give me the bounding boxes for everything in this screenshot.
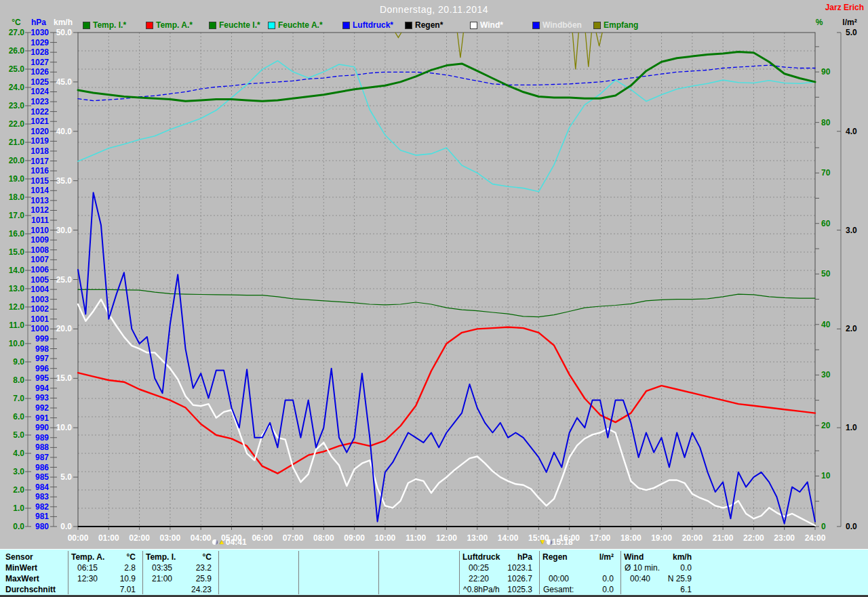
axis-tick-label: 17.0	[9, 211, 25, 220]
axis-tick-label: 20.0	[56, 324, 73, 333]
legend-item-regen[interactable]: Regen*	[405, 21, 443, 29]
axis-unit-label: km/h	[54, 18, 73, 27]
x-tick-label: 04:00	[191, 533, 212, 543]
axis-tick-label: 1019	[31, 136, 49, 146]
axis-tick-label: 981	[35, 512, 49, 521]
legend-item-luftdruck[interactable]: Luftdruck*	[342, 21, 393, 29]
footer-value: 6.1	[620, 585, 692, 594]
axis-tick-label: 60	[821, 219, 831, 228]
legend-item-temp-a[interactable]: Temp. A.*	[146, 21, 193, 29]
axis-tick-label: 1002	[31, 304, 49, 314]
axis-tick-label: 50.0	[56, 28, 73, 37]
moonrise-marker: ▲04:41	[212, 538, 247, 546]
axis-tick-label: 1000	[31, 324, 49, 333]
footer-value: 7.01	[68, 585, 136, 594]
legend-swatch	[83, 22, 90, 29]
legend-swatch	[532, 22, 540, 29]
footer-col-unit: hPa	[459, 552, 532, 562]
x-tick-label: 10:00	[375, 533, 396, 543]
footer-value: 1025.3	[459, 585, 532, 594]
axis-tick-label: 40	[821, 320, 831, 329]
axis-tick-label: 985	[35, 472, 49, 482]
legend-item-empfang[interactable]: Empfang	[593, 21, 638, 29]
legend-label: Feuchte A.*	[278, 20, 323, 30]
axis-tick-label: 19.0	[9, 174, 25, 184]
legend-item-windb-en[interactable]: Windböen	[532, 21, 582, 29]
moon-icon	[212, 539, 218, 545]
axis-tick-label: 983	[35, 492, 49, 501]
axis-tick-label: 1008	[31, 245, 49, 255]
axis-tick-label: 6.0	[13, 412, 24, 421]
moon-icon	[547, 539, 552, 545]
x-tick-label: 03:00	[160, 533, 181, 543]
legend-item-temp-i[interactable]: Temp. I.*	[83, 21, 126, 29]
axis-tick-label: 20	[821, 421, 831, 430]
axis-temp_c: 0.01.02.03.04.05.06.07.08.09.010.011.012…	[9, 18, 31, 531]
legend-label: Windböen	[542, 20, 582, 30]
legend-swatch	[470, 22, 477, 29]
footer-col-unit: °C	[142, 552, 212, 562]
x-tick-label: 23:00	[774, 533, 795, 543]
moon-time-label: 04:41	[226, 537, 247, 547]
x-tick-label: 06:00	[252, 533, 273, 543]
axis-tick-label: 15.0	[9, 247, 25, 257]
axis-tick-label: 996	[35, 364, 49, 373]
axis-tick-label: 0.0	[13, 522, 24, 531]
footer-value: 0.0	[539, 574, 614, 583]
legend-label: Regen*	[415, 20, 443, 30]
axis-tick-label: 1011	[31, 215, 49, 225]
axis-tick-label: 1020	[31, 127, 49, 136]
x-tick-label: 12:00	[436, 533, 457, 543]
legend-swatch	[209, 22, 216, 29]
footer-value: 1026.7	[459, 574, 532, 583]
axis-tick-label: 986	[35, 463, 49, 472]
axis-tick-label: 45.0	[56, 77, 73, 87]
axis-tick-label: 1010	[31, 226, 49, 235]
axis-tick-label: 989	[35, 433, 49, 442]
axis-tick-label: 40.0	[56, 127, 73, 136]
x-tick-label: 24:00	[805, 533, 826, 543]
legend-swatch	[268, 22, 275, 29]
axis-tick-label: 1018	[31, 146, 49, 156]
axis-tick-label: 1027	[31, 58, 49, 67]
axis-kmh: 0.05.010.015.020.025.030.035.040.045.050…	[54, 18, 78, 531]
axis-tick-label: 7.0	[13, 394, 24, 403]
axis-tick-label: 70	[821, 168, 831, 178]
axis-tick-label: 30.0	[56, 226, 73, 235]
axis-tick-label: 50	[821, 269, 831, 279]
axis-tick-label: 1005	[31, 275, 49, 285]
axis-tick-label: 984	[35, 482, 49, 492]
x-tick-label: 14:00	[498, 533, 519, 543]
axis-tick-label: 90	[821, 67, 831, 77]
axis-tick-label: 1022	[31, 107, 49, 117]
axis-tick-label: 25.0	[9, 64, 25, 74]
x-tick-label: 19:00	[651, 533, 672, 543]
legend-item-feuchte-a[interactable]: Feuchte A.*	[268, 21, 323, 29]
x-tick-label: 17:00	[590, 533, 611, 543]
axis-tick-label: 0	[821, 522, 826, 531]
axis-tick-label: 992	[35, 403, 49, 413]
chart-canvas[interactable]: 0.01.02.03.04.05.06.07.08.09.010.011.012…	[0, 0, 868, 549]
axis-tick-label: 2.0	[13, 485, 24, 495]
axis-tick-label: 1012	[31, 205, 49, 215]
footer-value: N 25.9	[620, 574, 692, 583]
axis-unit-label: l/m²	[842, 18, 856, 27]
legend-item-feuchte-i[interactable]: Feuchte I.*	[209, 21, 260, 29]
axis-tick-label: 13.0	[9, 284, 25, 293]
axis-pct: 0102030405060708090%	[815, 18, 831, 531]
axis-tick-label: 1007	[31, 255, 49, 264]
footer-value: 25.9	[142, 574, 212, 583]
axis-tick-label: 30	[821, 370, 831, 379]
axis-tick-label: 3.0	[846, 226, 857, 235]
legend-label: Feuchte I.*	[219, 20, 260, 30]
axis-tick-label: 27.0	[9, 28, 25, 37]
legend-item-wind[interactable]: Wind*	[470, 21, 503, 29]
axis-tick-label: 982	[35, 502, 49, 512]
axis-tick-label: 18.0	[9, 192, 25, 202]
plot-area	[78, 33, 815, 527]
footer-col-unit: l/m²	[539, 552, 614, 562]
axis-tick-label: 1023	[31, 97, 49, 106]
axis-tick-label: 1.0	[846, 423, 857, 432]
legend-swatch	[405, 22, 412, 29]
axis-tick-label: 1021	[31, 117, 49, 126]
